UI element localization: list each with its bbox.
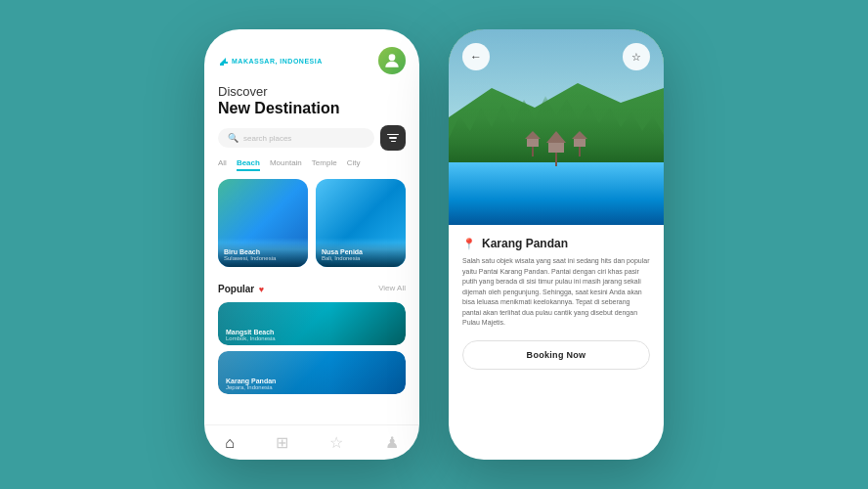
popular-card-karang-loc: Jepara, Indonesia <box>226 384 398 390</box>
dest-card-biru[interactable]: Biru Beach Sulawesi, Indonesia <box>218 179 308 267</box>
booking-button[interactable]: Booking Now <box>462 340 650 370</box>
category-tabs: All Beach Mountain Temple City <box>204 158 419 179</box>
popular-card-karang[interactable]: Karang Pandan Jepara, Indonesia <box>218 351 406 394</box>
avatar[interactable] <box>378 47 406 74</box>
destinations-grid: Biru Beach Sulawesi, Indonesia Nusa Peni… <box>204 179 419 275</box>
tab-city[interactable]: City <box>347 158 361 171</box>
popular-card-karang-overlay: Karang Pandan Jepara, Indonesia <box>218 374 406 394</box>
view-all-button[interactable]: View All <box>378 284 406 292</box>
dest-card-biru-loc: Sulawesi, Indonesia <box>224 255 302 261</box>
tab-beach[interactable]: Beach <box>237 158 260 171</box>
pin-icon: 📍 <box>462 238 476 250</box>
dest-card-nusa-name: Nusa Penida <box>322 248 400 255</box>
left-header: MAKASSAR, INDONESIA <box>204 29 419 80</box>
dest-card-nusa[interactable]: Nusa Penida Bali, Indonesia <box>316 179 406 267</box>
heart-icon: ♥ <box>259 285 264 294</box>
popular-card-mangsit-loc: Lombok, Indonesia <box>226 335 398 341</box>
nav-home-icon[interactable]: ⌂ <box>225 434 235 452</box>
tab-temple[interactable]: Temple <box>312 158 337 171</box>
hero-image: ← ☆ <box>449 29 664 225</box>
search-icon: 🔍 <box>228 133 239 143</box>
dest-card-biru-overlay: Biru Beach Sulawesi, Indonesia <box>218 243 308 267</box>
place-name: Karang Pandan <box>482 237 568 250</box>
left-phone: MAKASSAR, INDONESIA Discover New Destina… <box>204 29 419 460</box>
popular-card-mangsit-overlay: Mangsit Beach Lombok, Indonesia <box>218 325 406 345</box>
discover-label: Discover <box>218 84 406 99</box>
location-arrow-icon <box>218 56 228 66</box>
popular-list: Mangsit Beach Lombok, Indonesia Karang P… <box>204 302 419 394</box>
right-phone: ← ☆ 📍 Karang Pandan Salah satu objek wis… <box>449 29 664 460</box>
location-tag: MAKASSAR, INDONESIA <box>218 56 323 66</box>
popular-card-karang-name: Karang Pandan <box>226 378 398 384</box>
dest-card-biru-name: Biru Beach <box>224 248 302 255</box>
back-button[interactable]: ← <box>462 43 490 70</box>
popular-label: Popular ♥ <box>218 279 264 296</box>
new-destination-label: New Destination <box>218 99 406 117</box>
search-box[interactable]: 🔍 search places <box>218 128 374 148</box>
favorite-button[interactable]: ☆ <box>623 43 650 70</box>
right-content: 📍 Karang Pandan Salah satu objek wisata … <box>449 225 664 460</box>
back-icon: ← <box>470 50 482 64</box>
svg-point-0 <box>389 54 396 61</box>
nav-person-icon[interactable]: ♟ <box>385 433 399 452</box>
tab-mountain[interactable]: Mountain <box>270 158 302 171</box>
location-text: MAKASSAR, INDONESIA <box>232 58 323 65</box>
filter-button[interactable] <box>380 125 406 151</box>
nav-bookmark-icon[interactable]: ☆ <box>329 433 343 452</box>
filter-icon <box>387 134 399 143</box>
search-placeholder-text: search places <box>243 134 291 143</box>
bottom-nav: ⌂ ⊞ ☆ ♟ <box>204 424 419 460</box>
nav-map-icon[interactable]: ⊞ <box>276 433 288 452</box>
search-row: 🔍 search places <box>204 125 419 158</box>
page-title-block: Discover New Destination <box>204 80 419 125</box>
bookmark-icon: ☆ <box>631 51 641 64</box>
popular-header: Popular ♥ View All <box>204 275 419 302</box>
popular-card-mangsit[interactable]: Mangsit Beach Lombok, Indonesia <box>218 302 406 345</box>
dest-card-nusa-loc: Bali, Indonesia <box>322 255 400 261</box>
popular-card-mangsit-name: Mangsit Beach <box>226 329 398 335</box>
tab-all[interactable]: All <box>218 158 227 171</box>
dest-card-nusa-overlay: Nusa Penida Bali, Indonesia <box>316 243 406 267</box>
place-description: Salah satu objek wisata yang saat ini se… <box>462 256 650 329</box>
place-name-row: 📍 Karang Pandan <box>462 237 650 250</box>
